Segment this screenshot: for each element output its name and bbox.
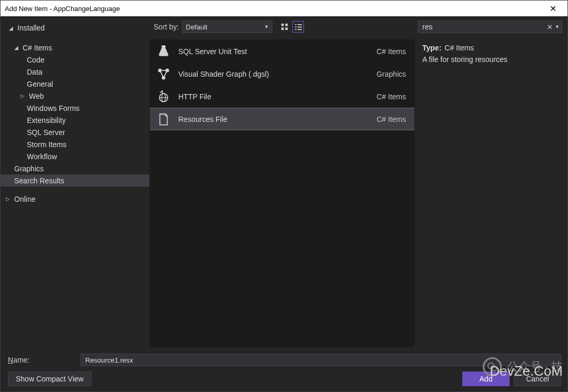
item-name: SQL Server Unit Test xyxy=(178,47,369,56)
dialog-window: Add New Item - AppChangeLanguage ✕ ◢ Ins… xyxy=(0,0,568,392)
tree-node-general[interactable]: General xyxy=(1,78,149,90)
tree-node-online[interactable]: ▷ Online xyxy=(1,193,149,205)
tree-node-graphics[interactable]: Graphics xyxy=(1,162,149,174)
chevron-right-icon: ▷ xyxy=(6,196,12,202)
chevron-down-icon[interactable]: ▼ xyxy=(555,24,560,29)
type-label: Type: xyxy=(422,44,441,52)
tree-label: Search Results xyxy=(14,177,64,185)
tree-label: Storm Items xyxy=(27,140,66,149)
list-item[interactable]: Resources File C# Items xyxy=(150,108,414,130)
tree-node-installed[interactable]: ◢ Installed xyxy=(4,22,149,34)
cancel-button[interactable]: Cancel xyxy=(514,372,561,386)
clear-search-icon[interactable]: ✕ xyxy=(545,23,554,31)
sort-value: Default xyxy=(186,23,207,31)
document-icon xyxy=(156,112,171,127)
close-icon[interactable]: ✕ xyxy=(542,1,563,16)
tree-node-extensibility[interactable]: Extensibility xyxy=(1,114,149,126)
title-bar: Add New Item - AppChangeLanguage ✕ xyxy=(1,1,567,16)
item-category: C# Items xyxy=(377,115,406,123)
name-label: Name: xyxy=(8,356,71,364)
item-category: C# Items xyxy=(377,92,406,101)
nodes-icon xyxy=(156,67,171,81)
tree-node-web[interactable]: ▷Web xyxy=(1,90,149,102)
add-button[interactable]: Add xyxy=(462,372,510,386)
type-value: C# Items xyxy=(444,44,474,52)
compact-view-button[interactable]: Show Compact View xyxy=(8,372,92,386)
left-tree-panel: ◢ Installed xyxy=(4,20,149,34)
view-toggle xyxy=(279,21,304,33)
list-item[interactable]: HTTP File C# Items xyxy=(150,85,414,108)
grid-view-icon[interactable] xyxy=(279,21,290,33)
top-row: ◢ Installed Sort by: Default ▼ xyxy=(1,16,567,37)
tree-node-search-results[interactable]: Search Results xyxy=(1,174,149,187)
tree-node-csitems[interactable]: ◢ C# Items xyxy=(1,42,149,54)
svg-rect-3 xyxy=(285,27,288,30)
list-view-icon[interactable] xyxy=(292,21,304,33)
template-list: SQL Server Unit Test C# Items Visual Sha… xyxy=(149,39,415,347)
list-item[interactable]: Visual Shader Graph (.dgsl) Graphics xyxy=(150,63,414,85)
details-panel: Type: C# Items A file for storing resour… xyxy=(415,39,564,347)
item-category: Graphics xyxy=(377,70,406,78)
tree-label: C# Items xyxy=(23,44,52,52)
svg-rect-6 xyxy=(295,26,297,27)
item-name: Visual Shader Graph (.dgsl) xyxy=(178,70,369,78)
sort-bar: Sort by: Default ▼ xyxy=(154,19,413,34)
tree-label: Web xyxy=(29,92,44,100)
chevron-right-icon: ▷ xyxy=(21,93,27,99)
tree-label: Extensibility xyxy=(27,116,66,125)
search-input[interactable]: ✕ ▼ xyxy=(418,20,562,33)
tree-node-winforms[interactable]: Windows Forms xyxy=(1,102,149,114)
chevron-down-icon: ◢ xyxy=(14,45,21,50)
tree-node-code[interactable]: Code xyxy=(1,54,149,66)
list-item[interactable]: SQL Server Unit Test C# Items xyxy=(150,40,414,63)
item-name: HTTP File xyxy=(178,92,369,101)
tree-label: Data xyxy=(27,68,43,76)
item-name: Resources File xyxy=(178,115,369,123)
svg-rect-7 xyxy=(297,26,301,27)
svg-rect-5 xyxy=(297,24,301,25)
filename-input[interactable] xyxy=(80,354,561,366)
tree-node-storm[interactable]: Storm Items xyxy=(1,138,149,150)
svg-rect-4 xyxy=(295,24,297,25)
sort-by-label: Sort by: xyxy=(154,23,179,31)
svg-rect-9 xyxy=(297,29,301,30)
main-area: ◢ C# Items Code Data General ▷Web Window… xyxy=(1,37,567,349)
tree-label: Workflow xyxy=(27,152,57,161)
tree-label: Installed xyxy=(17,24,45,32)
svg-rect-0 xyxy=(281,23,284,26)
tree-label: SQL Server xyxy=(27,128,65,137)
svg-rect-10 xyxy=(162,45,166,46)
svg-rect-1 xyxy=(285,23,288,26)
svg-rect-8 xyxy=(295,29,297,30)
sort-combo[interactable]: Default ▼ xyxy=(182,20,272,33)
tree-label: Code xyxy=(27,56,44,64)
globe-icon xyxy=(156,89,171,104)
tree-continued: ◢ C# Items Code Data General ▷Web Window… xyxy=(1,39,149,347)
svg-rect-2 xyxy=(281,27,284,30)
flask-icon xyxy=(156,44,171,59)
item-category: C# Items xyxy=(377,47,406,56)
bottom-bar: Name: Show Compact View Add Cancel xyxy=(1,349,567,391)
tree-label: Graphics xyxy=(14,164,44,173)
tree-label: General xyxy=(27,80,53,88)
chevron-down-icon: ▼ xyxy=(264,24,269,29)
tree-node-sqlserver[interactable]: SQL Server xyxy=(1,126,149,138)
tree-label: Windows Forms xyxy=(27,104,79,112)
category-tree: ◢ Installed xyxy=(4,22,149,34)
chevron-down-icon: ◢ xyxy=(9,25,15,31)
description-text: A file for storing resources xyxy=(422,55,557,64)
dialog-content: ◢ Installed Sort by: Default ▼ xyxy=(1,16,567,391)
window-title: Add New Item - AppChangeLanguage xyxy=(5,5,542,13)
search-field[interactable] xyxy=(420,23,545,31)
tree-label: Online xyxy=(14,195,35,203)
tree-node-workflow[interactable]: Workflow xyxy=(1,150,149,162)
tree-node-data[interactable]: Data xyxy=(1,66,149,78)
